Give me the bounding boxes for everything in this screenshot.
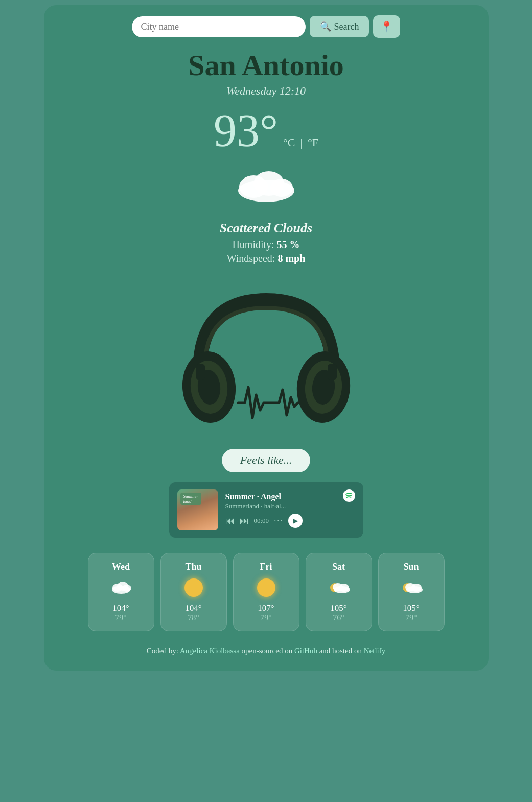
song-artist: Summerland · half·al... <box>225 502 336 510</box>
feels-like-container: Feels like... <box>54 449 478 472</box>
search-row: 🔍 Search 📍 <box>54 15 478 38</box>
song-title: Summer · Angel <box>225 492 336 501</box>
city-name: San Antonio <box>54 48 478 82</box>
prev-button[interactable]: ⏮ <box>225 516 235 526</box>
player-info: Summer · Angel Summerland · half·al... ⏮… <box>225 492 336 528</box>
forecast-low-sun: 79° <box>386 613 437 622</box>
forecast-high-sat: 105° <box>313 603 364 613</box>
footer-coded-by: Coded by: <box>147 647 178 655</box>
forecast-icon-thu <box>168 577 219 598</box>
forecast-icon-fri <box>241 577 292 598</box>
forecast-icon-sun <box>386 577 437 598</box>
svg-point-16 <box>122 585 131 592</box>
temperature-row: 93° °C | °F <box>54 108 478 154</box>
weather-description: Scattered Clouds <box>54 220 478 236</box>
search-icon: 🔍 <box>320 21 331 32</box>
feels-like-pill: Feels like... <box>222 449 310 472</box>
forecast-high-sun: 105° <box>386 603 437 613</box>
city-input[interactable] <box>132 16 306 37</box>
app-container: 🔍 Search 📍 San Antonio Wednesday 12:10 9… <box>44 5 489 671</box>
forecast-day-sun: Sun <box>386 562 437 572</box>
time-display: 00:00 <box>254 517 269 525</box>
forecast-high-thu: 104° <box>168 603 219 613</box>
forecast-low-wed: 79° <box>96 613 147 622</box>
date-time: Wednesday 12:10 <box>54 84 478 98</box>
location-button[interactable]: 📍 <box>373 15 400 38</box>
footer-hosted-on: and hosted on <box>319 647 364 655</box>
forecast-day-fri: Fri <box>241 562 292 572</box>
player-controls: ⏮ ⏭ 00:00 ··· ▶ <box>225 514 336 528</box>
cloud-icon <box>233 164 299 205</box>
forecast-low-fri: 79° <box>241 613 292 622</box>
forecast-row: Wed 104° 79° Thu 104° 78° Fri <box>54 553 478 631</box>
temp-fahrenheit[interactable]: °F <box>308 136 318 149</box>
play-button[interactable]: ▶ <box>288 514 303 528</box>
album-label: Summerland <box>180 493 202 505</box>
forecast-high-wed: 104° <box>96 603 147 613</box>
svg-rect-7 <box>196 364 205 380</box>
svg-rect-11 <box>328 364 337 380</box>
forecast-card-sun: Sun 105° 79° <box>378 553 445 631</box>
svg-point-24 <box>411 584 422 592</box>
album-art: Summerland <box>177 489 218 530</box>
temp-celsius[interactable]: °C <box>283 136 295 149</box>
footer-github-link[interactable]: GitHub <box>294 647 317 655</box>
forecast-card-wed: Wed 104° 79° <box>88 553 154 631</box>
forecast-day-thu: Thu <box>168 562 219 572</box>
svg-point-20 <box>339 584 349 592</box>
forecast-icon-sat <box>313 577 364 598</box>
forecast-day-sat: Sat <box>313 562 364 572</box>
forecast-low-thu: 78° <box>168 613 219 622</box>
footer: Coded by: Angelica Kiolbassa open-source… <box>54 647 478 655</box>
windspeed-display: Windspeed: 8 mph <box>54 253 478 264</box>
headphones-container <box>54 280 478 443</box>
headphones-icon <box>169 280 363 443</box>
forecast-card-sat: Sat 105° 76° <box>306 553 372 631</box>
more-options[interactable]: ··· <box>274 516 283 525</box>
footer-author-link[interactable]: Angelica Kiolbassa <box>180 647 240 655</box>
spotify-player: Summerland Summer · Angel Summerland · h… <box>169 482 363 538</box>
spotify-logo <box>343 489 355 505</box>
temperature-value: 93° <box>214 108 278 154</box>
search-label: Search <box>334 21 359 32</box>
forecast-high-fri: 107° <box>241 603 292 613</box>
forecast-icon-wed <box>96 577 147 598</box>
location-icon: 📍 <box>380 21 393 32</box>
footer-netlify-link[interactable]: Netlify <box>364 647 386 655</box>
svg-point-3 <box>270 179 293 197</box>
forecast-day-wed: Wed <box>96 562 147 572</box>
temp-separator: | <box>300 136 303 149</box>
forecast-low-sat: 76° <box>313 613 364 622</box>
search-button[interactable]: 🔍 Search <box>310 16 369 37</box>
humidity-display: Humidity: 55 % <box>54 239 478 251</box>
svg-point-12 <box>343 489 355 502</box>
next-button[interactable]: ⏭ <box>240 516 249 526</box>
forecast-card-fri: Fri 107° 79° <box>233 553 299 631</box>
footer-open-source: open-sourced on <box>242 647 294 655</box>
weather-icon-container <box>54 164 478 205</box>
forecast-card-thu: Thu 104° 78° <box>160 553 227 631</box>
